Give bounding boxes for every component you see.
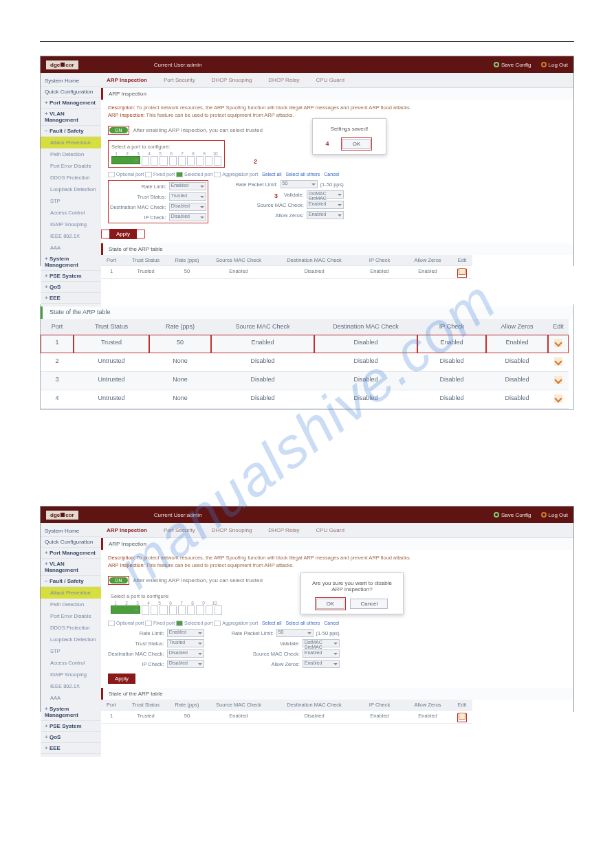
- legend-link[interactable]: Cancel: [324, 621, 339, 625]
- tab[interactable]: DHCP Snooping: [212, 527, 252, 533]
- log-out-link[interactable]: Log Out: [541, 62, 568, 68]
- apply-button[interactable]: Apply: [108, 674, 135, 684]
- sidebar-item[interactable]: Access Control: [41, 207, 101, 219]
- sidebar-item[interactable]: PSE System: [41, 271, 101, 282]
- sidebar-item[interactable]: Attack Prevention: [41, 137, 101, 148]
- sidebar-item[interactable]: QoS: [41, 282, 101, 293]
- sidebar-item[interactable]: IEEE 802.1X: [41, 680, 101, 692]
- tab[interactable]: DHCP Snooping: [212, 77, 252, 83]
- sidebar-item[interactable]: AAA: [41, 242, 101, 254]
- port-cell[interactable]: [169, 605, 177, 615]
- sidebar-item[interactable]: System Management: [41, 704, 101, 721]
- legend-link[interactable]: Select all others: [285, 172, 320, 177]
- port-cell[interactable]: [187, 605, 195, 615]
- tab[interactable]: ARP Inspection: [107, 77, 147, 83]
- select-field[interactable]: Trusted: [167, 639, 204, 647]
- tab[interactable]: Port Security: [164, 527, 195, 533]
- sidebar-item[interactable]: STP: [41, 195, 101, 207]
- tab[interactable]: ARP Inspection: [107, 527, 147, 533]
- select-field[interactable]: Enabled: [169, 182, 206, 190]
- port-cell[interactable]: [196, 605, 204, 615]
- select-field[interactable]: Enabled: [307, 201, 344, 209]
- edit-icon[interactable]: [459, 713, 465, 720]
- sidebar-item[interactable]: Loopback Detection: [41, 634, 101, 645]
- apply-button[interactable]: Apply: [109, 229, 137, 239]
- ok-button[interactable]: OK: [342, 139, 371, 149]
- select-field[interactable]: Enabled: [303, 649, 340, 658]
- select-field[interactable]: Enabled: [167, 629, 204, 637]
- save-config-link[interactable]: Save Config: [494, 512, 531, 518]
- select-field[interactable]: DstMAC SrcMAC: [303, 639, 340, 647]
- sidebar-item[interactable]: Port Management: [41, 98, 101, 109]
- edit-icon[interactable]: [554, 357, 562, 366]
- sidebar-item[interactable]: STP: [41, 645, 101, 657]
- sidebar-item[interactable]: Fault / Safety: [41, 576, 101, 587]
- port-cell[interactable]: [187, 156, 195, 166]
- sidebar-item[interactable]: DDOS Protection: [41, 622, 101, 634]
- tab[interactable]: DHCP Relay: [268, 77, 299, 83]
- edit-icon[interactable]: [459, 268, 465, 275]
- sidebar-item[interactable]: Port Management: [41, 548, 101, 559]
- port-cell[interactable]: [111, 156, 140, 164]
- cancel-button[interactable]: Cancel: [350, 599, 388, 609]
- tab[interactable]: CPU Guard: [316, 527, 344, 533]
- legend-link[interactable]: Select all: [262, 172, 281, 177]
- sidebar-item[interactable]: PSE System: [41, 721, 101, 732]
- sidebar-item[interactable]: DDOS Protection: [41, 172, 101, 183]
- select-field[interactable]: Disabled: [169, 203, 206, 211]
- sidebar-item[interactable]: IEEE 802.1X: [41, 230, 101, 242]
- port-cell[interactable]: [151, 156, 158, 166]
- select-field[interactable]: Disabled: [167, 649, 204, 658]
- port-cell[interactable]: [215, 605, 222, 615]
- legend-link[interactable]: Select all others: [285, 621, 320, 625]
- sidebar-item[interactable]: QoS: [41, 732, 101, 743]
- sidebar-item[interactable]: IGMP Snooping: [41, 219, 101, 230]
- tab[interactable]: DHCP Relay: [268, 527, 299, 533]
- sidebar-item[interactable]: System Home: [41, 526, 101, 537]
- tab[interactable]: CPU Guard: [316, 77, 344, 83]
- port-cell[interactable]: [160, 156, 167, 166]
- legend-link[interactable]: Select all: [262, 621, 281, 625]
- sidebar-item[interactable]: EEE: [41, 743, 101, 754]
- port-cell[interactable]: [142, 156, 149, 166]
- edit-icon[interactable]: [554, 394, 562, 403]
- sidebar-item[interactable]: IGMP Snooping: [41, 669, 101, 680]
- sidebar-item[interactable]: Access Control: [41, 657, 101, 669]
- select-field[interactable]: Enabled: [307, 211, 344, 219]
- port-cell[interactable]: [205, 156, 212, 166]
- on-toggle[interactable]: ON: [109, 127, 128, 133]
- sidebar-item[interactable]: Path Detection: [41, 148, 101, 160]
- sidebar-item[interactable]: Port Error Disable: [41, 160, 101, 172]
- sidebar-item[interactable]: Attack Prevention: [41, 587, 101, 599]
- edit-icon[interactable]: [554, 376, 562, 384]
- sidebar-item[interactable]: EEE: [41, 293, 101, 304]
- sidebar-item[interactable]: Quick Configuration: [41, 87, 101, 98]
- select-field[interactable]: DstMAC SrcMAC: [307, 190, 344, 199]
- port-cell[interactable]: [111, 605, 140, 614]
- on-toggle[interactable]: ON: [109, 577, 128, 583]
- select-field[interactable]: 50: [276, 629, 314, 637]
- save-config-link[interactable]: Save Config: [494, 62, 531, 68]
- edit-icon[interactable]: [554, 339, 562, 347]
- ok-button[interactable]: OK: [316, 599, 345, 609]
- select-field[interactable]: 50: [281, 180, 318, 188]
- select-field[interactable]: Disabled: [169, 213, 206, 221]
- port-cell[interactable]: [169, 156, 177, 166]
- sidebar-item[interactable]: Path Detection: [41, 599, 101, 610]
- sidebar-item[interactable]: Port Error Disable: [41, 610, 101, 622]
- port-cell[interactable]: [206, 605, 213, 615]
- port-cell[interactable]: [196, 156, 204, 166]
- sidebar-item[interactable]: VLAN Management: [41, 559, 101, 576]
- sidebar-item[interactable]: Fault / Safety: [41, 126, 101, 137]
- sidebar-item[interactable]: System Home: [41, 76, 101, 87]
- port-cell[interactable]: [142, 605, 149, 615]
- select-field[interactable]: Trusted: [169, 192, 206, 201]
- port-cell[interactable]: [178, 605, 186, 615]
- sidebar-item[interactable]: System Management: [41, 254, 101, 271]
- port-cell[interactable]: [151, 605, 158, 615]
- port-cell[interactable]: [178, 156, 186, 166]
- port-cell[interactable]: [160, 605, 167, 615]
- sidebar-item[interactable]: Quick Configuration: [41, 537, 101, 548]
- log-out-link[interactable]: Log Out: [541, 512, 568, 518]
- select-field[interactable]: Enabled: [303, 660, 340, 668]
